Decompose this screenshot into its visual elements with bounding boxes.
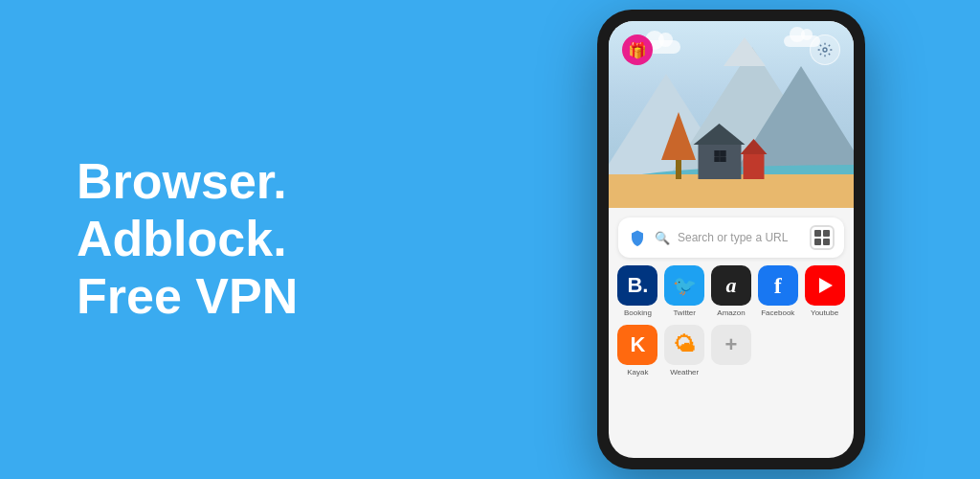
vpn-shield-icon xyxy=(628,228,647,247)
app-amazon-label: Amazon xyxy=(717,308,745,317)
app-twitter-label: Twitter xyxy=(673,308,696,317)
phone-frame: 🎁 🔍 Search or type a URL xyxy=(597,10,865,469)
qr-code-icon[interactable] xyxy=(810,225,835,250)
house-roof xyxy=(694,124,746,145)
app-booking[interactable]: B. Booking xyxy=(616,265,659,317)
window-pane xyxy=(721,150,726,156)
tree-trunk xyxy=(676,160,681,179)
settings-icon[interactable] xyxy=(810,34,840,65)
qr-cell xyxy=(814,239,821,245)
tree-top xyxy=(661,112,696,160)
qr-cell xyxy=(814,230,821,237)
app-facebook[interactable]: f Facebook xyxy=(756,265,799,317)
left-section: Browser. Adblock. Free VPN xyxy=(0,153,482,325)
weather-icon: 🌤 xyxy=(664,325,704,365)
headline: Browser. Adblock. Free VPN xyxy=(77,153,444,325)
house-side xyxy=(744,152,765,179)
tree xyxy=(661,112,696,179)
illustration: 🎁 xyxy=(609,21,854,208)
qr-cell xyxy=(823,230,830,237)
youtube-icon xyxy=(805,265,845,306)
house-main xyxy=(699,143,742,179)
window-pane xyxy=(714,157,720,163)
app-weather[interactable]: 🌤 Weather xyxy=(663,325,706,376)
add-icon: + xyxy=(711,325,751,365)
search-bar[interactable]: 🔍 Search or type a URL xyxy=(618,217,844,258)
window-pane xyxy=(714,150,720,156)
ground xyxy=(609,174,854,208)
house xyxy=(699,143,765,179)
headline-line1: Browser. xyxy=(77,153,444,211)
app-facebook-label: Facebook xyxy=(761,308,794,317)
search-icon: 🔍 xyxy=(655,231,670,245)
mountain-snow xyxy=(724,37,766,66)
app-youtube-label: Youtube xyxy=(811,308,838,317)
window-pane xyxy=(721,157,726,163)
app-youtube[interactable]: Youtube xyxy=(803,265,846,317)
app-twitter[interactable]: 🐦 Twitter xyxy=(663,265,706,317)
booking-icon: B. xyxy=(617,265,657,306)
right-section: 🎁 🔍 Search or type a URL xyxy=(482,0,980,479)
play-triangle xyxy=(819,278,833,293)
app-grid-row1: B. Booking 🐦 Twitter a Amazon xyxy=(609,265,854,325)
svg-point-0 xyxy=(823,48,827,52)
headline-line2: Adblock. xyxy=(77,211,444,268)
facebook-icon: f xyxy=(758,265,798,306)
headline-line3: Free VPN xyxy=(77,268,444,326)
app-booking-label: Booking xyxy=(624,308,652,317)
app-kayak[interactable]: K Kayak xyxy=(616,325,659,376)
app-kayak-label: Kayak xyxy=(627,368,648,376)
app-amazon[interactable]: a Amazon xyxy=(710,265,753,317)
app-weather-label: Weather xyxy=(670,368,699,376)
house-side-roof xyxy=(741,139,768,154)
search-input[interactable]: Search or type a URL xyxy=(678,231,802,244)
kayak-icon: K xyxy=(617,325,657,365)
phone-screen: 🎁 🔍 Search or type a URL xyxy=(609,21,854,458)
twitter-icon: 🐦 xyxy=(664,265,704,306)
app-grid-row2: K Kayak 🌤 Weather + xyxy=(609,325,854,384)
amazon-icon: a xyxy=(711,265,751,306)
qr-cell xyxy=(823,239,830,245)
gift-icon[interactable]: 🎁 xyxy=(622,34,653,65)
house-window xyxy=(714,150,725,162)
app-add[interactable]: + xyxy=(710,325,753,376)
